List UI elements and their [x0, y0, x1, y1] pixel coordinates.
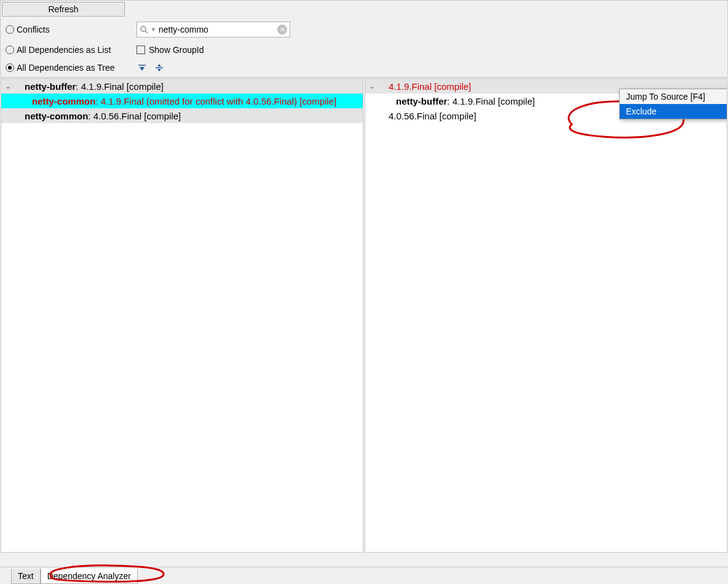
- collapse-all-icon[interactable]: [154, 62, 165, 73]
- chevron-down-icon[interactable]: ⌄: [369, 82, 378, 90]
- dep-detail: : 4.1.9.Final [compile]: [76, 81, 164, 92]
- dep-detail: : 4.1.9.Final (omitted for conflict with…: [95, 96, 336, 106]
- tree-tool-icons: [136, 62, 165, 73]
- tab-text[interactable]: Text: [11, 569, 41, 584]
- svg-marker-6: [157, 69, 161, 71]
- radio-icon: [6, 46, 14, 54]
- svg-marker-5: [157, 64, 161, 66]
- dropdown-caret-icon[interactable]: ▼: [151, 26, 156, 33]
- chevron-down-icon[interactable]: ⌄: [5, 82, 14, 90]
- split-area: ⌄ netty-buffer : 4.1.9.Final [compile] n…: [0, 77, 728, 553]
- tree-row-child[interactable]: netty-common : 4.0.56.Final [compile]: [1, 108, 363, 123]
- menu-label: Jump To Source [F4]: [626, 92, 705, 102]
- filter-row-2: All Dependencies as List Show GroupId: [0, 41, 728, 58]
- left-tree-pane[interactable]: ⌄ netty-buffer : 4.1.9.Final [compile] n…: [1, 78, 363, 553]
- svg-marker-3: [140, 67, 144, 71]
- top-panel: Refresh: [0, 0, 728, 18]
- menu-label: Exclude: [626, 106, 657, 116]
- radio-all-tree[interactable]: All Dependencies as Tree: [6, 63, 132, 73]
- svg-point-0: [141, 26, 146, 31]
- radio-all-list[interactable]: All Dependencies as List: [6, 45, 132, 55]
- all-list-label: All Dependencies as List: [17, 45, 111, 55]
- dep-detail: : 4.1.9.Final [compile]: [447, 96, 535, 106]
- tab-label: Dependency Analyzer: [47, 571, 131, 581]
- dep-detail: : 4.0.56.Final [compile]: [88, 111, 181, 121]
- radio-icon-checked: [6, 63, 14, 72]
- context-menu: Jump To Source [F4] Exclude: [619, 89, 727, 119]
- menu-item-exclude[interactable]: Exclude: [620, 104, 727, 119]
- menu-item-jump-to-source[interactable]: Jump To Source [F4]: [620, 89, 727, 104]
- dep-name: netty-buffer: [25, 81, 76, 92]
- dep-name: netty-buffer: [396, 96, 447, 106]
- filter-row-3: All Dependencies as Tree: [0, 58, 728, 77]
- search-input[interactable]: netty-commo: [159, 25, 275, 34]
- checkbox-icon: [136, 46, 145, 54]
- filter-row-1: Conflicts ▼ netty-commo ✕: [0, 18, 728, 41]
- conflicts-label: Conflicts: [17, 25, 50, 34]
- tab-dependency-analyzer[interactable]: Dependency Analyzer: [41, 569, 138, 584]
- search-box[interactable]: ▼ netty-commo ✕: [136, 22, 290, 38]
- show-groupid-label: Show GroupId: [149, 45, 204, 55]
- search-icon: [140, 25, 148, 34]
- dep-name: netty-common: [32, 96, 95, 106]
- radio-icon: [6, 25, 14, 34]
- bottom-tabs: Text Dependency Analyzer: [0, 567, 728, 584]
- dep-name: netty-common: [25, 111, 88, 121]
- tree-row-root[interactable]: ⌄ netty-buffer : 4.1.9.Final [compile]: [1, 79, 363, 94]
- dep-version: 4.1.9.Final [compile]: [389, 81, 471, 92]
- tree-row-child-conflict[interactable]: netty-common : 4.1.9.Final (omitted for …: [1, 94, 363, 108]
- all-tree-label: All Dependencies as Tree: [17, 63, 115, 73]
- svg-line-1: [145, 31, 148, 33]
- right-tree-pane[interactable]: ⌄ 4.1.9.Final [compile] netty-buffer : 4…: [365, 78, 727, 553]
- refresh-button[interactable]: Refresh: [2, 2, 125, 17]
- checkbox-show-groupid[interactable]: Show GroupId: [136, 45, 204, 55]
- radio-conflicts[interactable]: Conflicts: [6, 25, 132, 34]
- clear-icon[interactable]: ✕: [277, 25, 287, 34]
- tab-label: Text: [18, 571, 34, 581]
- dep-version: 4.0.56.Final [compile]: [389, 111, 477, 121]
- expand-all-icon[interactable]: [136, 62, 148, 73]
- refresh-label: Refresh: [48, 4, 78, 14]
